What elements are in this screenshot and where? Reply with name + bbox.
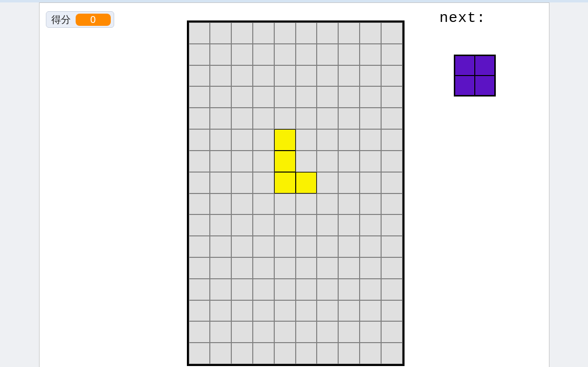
board-cell: [210, 257, 231, 279]
next-piece-cell: [455, 76, 475, 96]
board-cell: [317, 236, 338, 257]
board-cell: [296, 65, 317, 87]
board-cell: [231, 279, 253, 300]
board-cell: [317, 193, 338, 215]
board-cell: [317, 44, 338, 65]
board-cell: [381, 321, 403, 343]
next-piece-cell: [455, 56, 475, 76]
board-cell: [360, 151, 381, 172]
next-piece-cell: [475, 56, 495, 76]
board-cell: [296, 321, 317, 343]
board-cell: [317, 214, 338, 236]
board-cell: [274, 214, 296, 236]
board-cell: [296, 86, 317, 108]
board-cell: [360, 44, 381, 65]
board-cell: [210, 279, 231, 300]
board-cell: [274, 108, 296, 129]
board-cell: [274, 86, 296, 108]
board-cell: [360, 22, 381, 44]
board-cell: [381, 108, 403, 129]
board-cell: [189, 129, 210, 151]
score-label: 得分: [51, 13, 71, 26]
board-cell: [210, 236, 231, 257]
board-cell: [296, 108, 317, 129]
board-cell: [210, 129, 231, 151]
board-cell: [360, 214, 381, 236]
board-cell: [360, 86, 381, 108]
board-cell: [210, 343, 231, 364]
board-cell: [231, 86, 253, 108]
board-cell: [317, 86, 338, 108]
board-cell: [338, 22, 360, 44]
board-cell: [296, 236, 317, 257]
next-label: next:: [440, 10, 486, 26]
board-cell: [189, 214, 210, 236]
board-cell: [274, 236, 296, 257]
board-cell: [296, 300, 317, 322]
board-cell: [317, 22, 338, 44]
board-cell: [381, 22, 403, 44]
board-cell: [317, 343, 338, 364]
board-cell: [189, 65, 210, 87]
board-cell: [189, 279, 210, 300]
board-cell: [253, 108, 274, 129]
board-cell: [317, 172, 338, 193]
board-cell: [189, 22, 210, 44]
board-cell: [381, 193, 403, 215]
board-cell: [274, 321, 296, 343]
board-cell: [231, 129, 253, 151]
board-cell: [210, 108, 231, 129]
board-cell: [253, 257, 274, 279]
board-cell: [210, 151, 231, 172]
board-cell: [381, 257, 403, 279]
board-cell: [338, 108, 360, 129]
board-cell: [338, 343, 360, 364]
board-cell: [338, 44, 360, 65]
board-cell: [296, 279, 317, 300]
board-cell: [231, 151, 253, 172]
board-cell: [210, 172, 231, 193]
board-cell: [253, 86, 274, 108]
board-cell: [317, 151, 338, 172]
board-cell: [338, 193, 360, 215]
board-cell: [210, 300, 231, 322]
board-cell: [210, 65, 231, 87]
board-cell: [274, 65, 296, 87]
board-cell: [296, 22, 317, 44]
board-cell: [381, 65, 403, 87]
board-cell: [360, 193, 381, 215]
board-cell: [231, 108, 253, 129]
board-cell: [189, 321, 210, 343]
board-cell: [274, 279, 296, 300]
board-cell: [253, 172, 274, 193]
board-cell: [296, 214, 317, 236]
board-cell: [296, 193, 317, 215]
board-cell: [189, 300, 210, 322]
board-cell: [381, 343, 403, 364]
board-cell: [231, 44, 253, 65]
board-cell: [381, 236, 403, 257]
board-cell: [381, 300, 403, 322]
board-cell: [253, 279, 274, 300]
game-board[interactable]: [187, 20, 405, 366]
board-cell: [231, 300, 253, 322]
board-cell: [381, 129, 403, 151]
board-cell: [338, 214, 360, 236]
board-cell: [338, 151, 360, 172]
next-piece-preview: [454, 55, 496, 97]
next-piece-cell: [475, 76, 495, 96]
board-cell: [189, 343, 210, 364]
board-cell: [231, 214, 253, 236]
board-cell: [338, 321, 360, 343]
board-cell: [381, 86, 403, 108]
board-cell: [274, 257, 296, 279]
board-cell: [360, 65, 381, 87]
board-cell: [296, 44, 317, 65]
board-cell: [189, 193, 210, 215]
board-cell: [360, 321, 381, 343]
board-cell: [274, 193, 296, 215]
board-cell: [231, 172, 253, 193]
board-cell: [296, 172, 317, 193]
board-cell: [338, 86, 360, 108]
board-cell: [253, 22, 274, 44]
